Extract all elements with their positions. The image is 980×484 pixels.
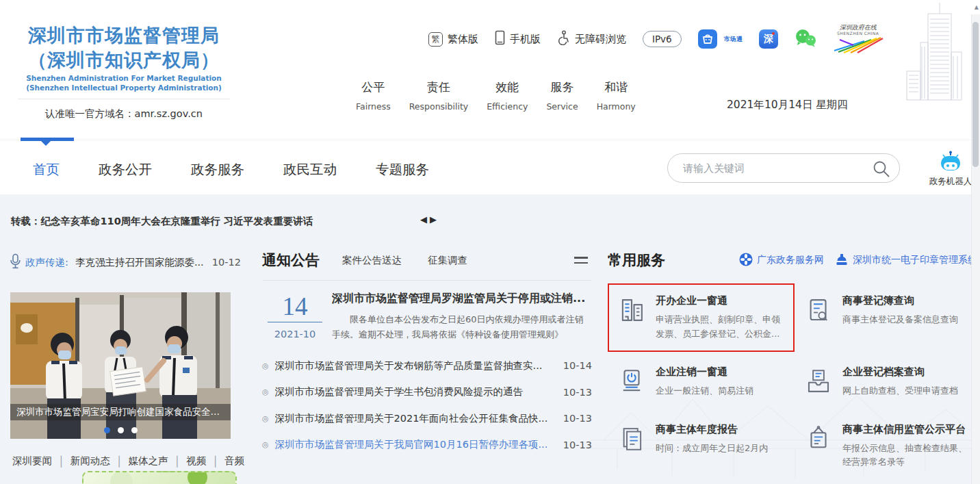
accessibility-link[interactable]: 无障碍浏览 (557, 30, 626, 48)
robot-label: 政务机器人 (925, 176, 976, 188)
service-name[interactable]: 开办企业一窗通 (656, 294, 727, 307)
separator: │ (116, 456, 122, 467)
service-business-deregistration[interactable]: 企业注销一窗通 企业一般注销、简易注销 (608, 355, 795, 409)
service-name[interactable]: 企业注销一窗通 (656, 366, 727, 378)
service-desc: 申请营业执照、刻制印章、申领发票、员工参保登记、公积金... (656, 313, 788, 342)
news-carousel[interactable]: 深圳市市场监管局宝安局打响创建国家食品安全示范... (10, 292, 231, 439)
scrollbar-thumb[interactable] (972, 22, 979, 167)
mobile-phone-icon (495, 30, 505, 48)
separator: │ (212, 456, 218, 467)
link-news-updates[interactable]: 新闻动态 (70, 455, 110, 468)
featured-notice[interactable]: 14 2021-10 深圳市市场监督管理局罗湖监管局关于停用或注销... 限各单… (262, 292, 592, 343)
nav-item-home[interactable]: 首页 (33, 160, 60, 179)
service-name[interactable]: 商事主体年度报告 (656, 423, 738, 435)
service-desc: 年报公示信息、抽查检查结果、经营异常名录等 (842, 442, 968, 470)
bullet-icon: ◎ (262, 361, 269, 370)
traditional-chinese-link[interactable]: 繁 繁体版 (428, 32, 478, 47)
ipv6-badge[interactable]: IPv6 (643, 31, 682, 47)
nav-item-gov-services[interactable]: 政务服务 (191, 160, 244, 179)
nav-item-special-services[interactable]: 专题服务 (376, 160, 429, 179)
value-responsibility: 责任 Responsibility (409, 79, 468, 112)
services-external-links: 广东政务服务网 深圳市统一电子印章管理系统 (739, 253, 977, 268)
service-name[interactable]: 企业登记档案查询 (842, 366, 925, 378)
value-cn: 效能 (487, 79, 528, 95)
service-text: 商事主体年度报告 时间：成立周年之日起2月内 (656, 422, 768, 470)
notices-section: 通知公告 案件公告送达 征集调查 14 2021-10 深圳市市场监督管理局罗湖… (262, 251, 592, 458)
value-en: Fairness (356, 101, 391, 112)
gov-robot-button[interactable]: 政务机器人 (925, 151, 976, 188)
nav-item-gov-disclosure[interactable]: 政务公开 (99, 160, 152, 179)
service-annual-report[interactable]: 商事主体年度报告 时间：成立周年之日起2月内 (608, 412, 795, 481)
wechat-icon[interactable] (795, 29, 816, 50)
notice-title[interactable]: 深圳市市场监督管理局关于发布钢筋等产品质量监督抽查实... (275, 359, 554, 372)
service-desc: 时间：成立周年之日起2月内 (656, 442, 768, 456)
notice-title-highlighted[interactable]: 深圳市市场监督管理局关于我局官网10月16日暂停办理各项... (275, 438, 554, 451)
guangdong-service-portal-label: 广东政务服务网 (757, 254, 824, 266)
promo-banner-partial[interactable] (82, 471, 237, 484)
more-menu-icon[interactable] (574, 253, 588, 267)
featured-notice-body: 深圳市市场监督管理局罗湖监管局关于停用或注销... 限各单位自本公告发布之日起6… (332, 292, 592, 343)
link-shenzhen-news[interactable]: 深圳要闻 (12, 455, 52, 468)
link-audio[interactable]: 音频 (224, 455, 244, 468)
notice-date: 10-14 (563, 360, 592, 371)
services-title: 常用服务 (608, 251, 665, 270)
market-app-link[interactable]: 市场通 (698, 29, 743, 49)
mobile-version-label: 手机版 (510, 33, 541, 46)
notice-row[interactable]: ◎ 深圳市市场监督管理局关于学生书包消费风险提示的通告 10-13 (262, 379, 592, 406)
shenzhen-gov-logo-en: SHENZHEN CHINA (837, 31, 879, 36)
site-logo[interactable]: 深圳市市场监督管理局 （深圳市知识产权局） Shenzhen Administr… (18, 23, 230, 120)
nav-items: 首页 政务公开 政务服务 政民互动 专题服务 (33, 160, 429, 179)
value-efficiency: 效能 Efficiency (487, 79, 528, 112)
notice-row[interactable]: ◎ 深圳市市场监督管理局关于我局官网10月16日暂停办理各项... 10-13 (262, 432, 592, 459)
news-ticker[interactable]: 转载：纪念辛亥革命110周年大会在京隆重举行 习近平发表重要讲话 (11, 215, 313, 228)
mobile-version-link[interactable]: 手机版 (495, 30, 541, 48)
shenzhen-wing-art (833, 36, 884, 53)
eseal-system-link[interactable]: 深圳市统一电子印章管理系统 (835, 253, 977, 268)
service-text: 企业登记档案查询 网上自助查档、受理申请查档 (842, 365, 958, 399)
carousel-dot-3[interactable] (131, 427, 138, 433)
carousel-dot-1[interactable] (104, 427, 110, 433)
ticker-next-icon[interactable]: ▶ (428, 214, 438, 225)
carousel-dot-2[interactable] (118, 427, 124, 433)
tab-case-announcements[interactable]: 案件公告送达 (342, 254, 402, 267)
ticker-controls: ◀▶ (419, 214, 438, 225)
service-registration-archive-search[interactable]: 企业登记档案查询 网上自助查档、受理申请查档 (795, 355, 975, 409)
gov-voice-date: 10-12 (212, 257, 241, 268)
search-input[interactable] (668, 154, 899, 182)
tab-surveys[interactable]: 征集调查 (428, 254, 467, 267)
service-desc: 企业一般注销、简易注销 (656, 384, 753, 398)
notice-title[interactable]: 深圳市市场监督管理局关于2021年面向社会公开征集食品快... (275, 412, 554, 425)
notices-title[interactable]: 通知公告 (262, 251, 320, 270)
current-date: 2021年10月14日 星期四 (727, 98, 848, 112)
notice-list: ◎ 深圳市市场监督管理局关于发布钢筋等产品质量监督抽查实... 10-14 ◎ … (262, 353, 592, 458)
featured-notice-title[interactable]: 深圳市市场监督管理局罗湖监管局关于停用或注销... (332, 292, 592, 306)
service-open-business-one-window[interactable]: 开办企业一窗通 申请营业执照、刻制印章、申领发票、员工参保登记、公积金... (608, 283, 795, 352)
gov-voice-label[interactable]: 政声传递: (25, 256, 68, 269)
notice-title[interactable]: 深圳市市场监督管理局关于学生书包消费风险提示的通告 (275, 385, 554, 398)
service-name[interactable]: 商事主体信用监管公示平台 (842, 423, 966, 435)
scrollbar-up-arrow[interactable]: ▲ (975, 4, 979, 10)
value-en: Efficiency (487, 101, 528, 112)
service-business-registry-search[interactable]: 商事登记簿查询 商事主体登记及备案信息查询 (795, 283, 975, 352)
carousel-caption[interactable]: 深圳市市场监管局宝安局打响创建国家食品安全示范... (10, 404, 231, 420)
nav-item-interaction[interactable]: 政民互动 (283, 160, 337, 179)
gov-voice-title[interactable]: 李克强主持召开国家能源委... (75, 256, 204, 269)
official-domain-note: 认准唯一官方域名：amr.sz.gov.cn (18, 99, 230, 120)
link-video[interactable]: 视频 (186, 455, 206, 468)
shenzhen-gov-logo[interactable]: 深圳政府在线 SHENZHEN CHINA (833, 25, 884, 53)
hanging-board-icon (804, 422, 833, 470)
shen-app-icon[interactable]: 深 (759, 29, 778, 49)
notice-row[interactable]: ◎ 深圳市市场监督管理局关于2021年面向社会公开征集食品快... 10-13 (262, 405, 592, 432)
service-name[interactable]: 商事登记簿查询 (842, 294, 914, 307)
search-icon[interactable] (872, 160, 890, 181)
report-pages-icon (617, 422, 646, 470)
featured-notice-excerpt: 限各单位自本公告发布之日起60日内依规办理停用或者注销手续。逾期不处理，我局将依… (332, 312, 592, 343)
power-device-icon (617, 365, 646, 399)
notice-row[interactable]: ◎ 深圳市市场监督管理局关于发布钢筋等产品质量监督抽查实... 10-14 (262, 353, 592, 379)
link-media-voice[interactable]: 媒体之声 (128, 455, 168, 468)
service-credit-supervision-platform[interactable]: 商事主体信用监管公示平台 年报公示信息、抽查检查结果、经营异常名录等 (795, 412, 975, 481)
ticker-prev-icon[interactable]: ◀ (419, 214, 428, 225)
featured-notice-date: 14 2021-10 (262, 292, 328, 343)
guangdong-service-portal-link[interactable]: 广东政务服务网 (739, 253, 824, 268)
site-header: 深圳市市场监督管理局 （深圳市知识产权局） Shenzhen Administr… (0, 0, 980, 140)
